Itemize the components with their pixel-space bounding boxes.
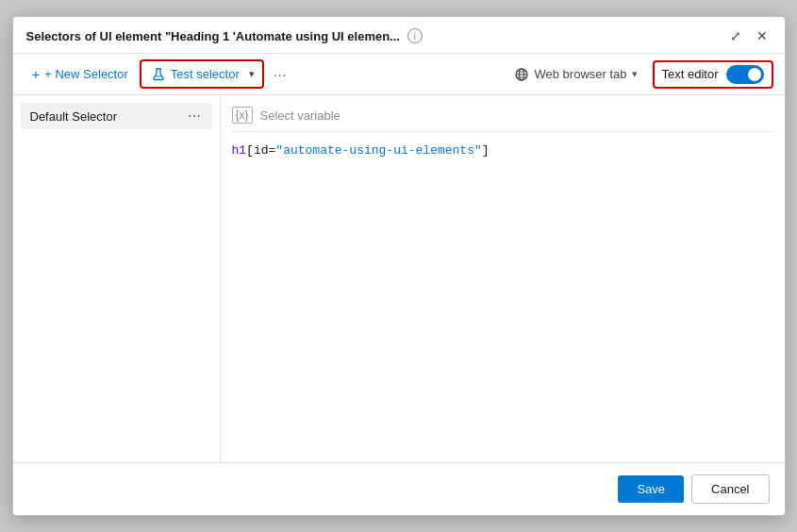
close-icon: ✕	[756, 28, 768, 43]
code-attr-value: "automate-using-ui-elements"	[275, 143, 481, 158]
variable-icon: {x}	[232, 107, 253, 124]
beaker-icon	[151, 67, 166, 82]
code-attr-name: id=	[254, 143, 275, 158]
editor-area: {x} Select variable h1[id="automate-usin…	[221, 95, 785, 462]
sidebar: Default Selector ⋯	[13, 95, 221, 462]
title-bar: Selectors of UI element "Heading 1 'Auto…	[13, 17, 785, 54]
test-selector-button[interactable]: Test selector	[145, 64, 245, 85]
toolbar-right: Web browser tab ▾ Text editor	[506, 60, 772, 89]
content-area: Default Selector ⋯ {x} Select variable h…	[13, 95, 785, 462]
test-selector-chevron[interactable]: ▾	[245, 63, 258, 85]
footer: Save Cancel	[13, 462, 785, 515]
selector-item-menu-button[interactable]: ⋯	[186, 108, 203, 124]
code-attr-close: ]	[482, 143, 490, 158]
text-editor-toggle[interactable]	[726, 65, 764, 84]
toolbar: + + New Selector Test selector ▾ ···	[13, 54, 785, 95]
dialog: Selectors of UI element "Heading 1 'Auto…	[12, 16, 786, 516]
restore-button[interactable]: ⤢	[726, 26, 745, 45]
web-browser-chevron-icon: ▾	[632, 68, 638, 80]
default-selector-label: Default Selector	[30, 109, 118, 124]
chevron-down-icon: ▾	[249, 68, 255, 80]
dialog-title: Selectors of UI element "Heading 1 'Auto…	[26, 29, 400, 43]
globe-icon	[514, 67, 529, 82]
title-controls: ⤢ ✕	[726, 26, 772, 45]
more-options-button[interactable]: ···	[268, 62, 293, 87]
code-attr-open: [	[246, 143, 254, 158]
code-editor[interactable]: h1[id="automate-using-ui-elements"]	[232, 140, 773, 161]
save-button[interactable]: Save	[618, 475, 684, 503]
web-browser-label: Web browser tab	[534, 67, 626, 81]
text-editor-group: Text editor	[653, 60, 773, 89]
test-selector-group: Test selector ▾	[140, 59, 264, 89]
dots-icon: ···	[274, 67, 288, 82]
web-browser-button[interactable]: Web browser tab ▾	[506, 62, 644, 87]
restore-icon: ⤢	[730, 28, 741, 43]
title-left: Selectors of UI element "Heading 1 'Auto…	[26, 28, 423, 43]
info-icon[interactable]: i	[407, 28, 423, 43]
variable-placeholder: Select variable	[260, 108, 340, 123]
test-selector-label: Test selector	[171, 67, 240, 81]
new-selector-button[interactable]: + + New Selector	[25, 61, 136, 87]
variable-bar: {x} Select variable	[232, 103, 773, 132]
close-button[interactable]: ✕	[753, 26, 772, 45]
new-selector-label: + New Selector	[44, 67, 128, 81]
plus-icon: +	[32, 66, 41, 82]
default-selector-item[interactable]: Default Selector ⋯	[21, 103, 212, 129]
text-editor-label: Text editor	[662, 67, 719, 81]
cancel-button[interactable]: Cancel	[691, 474, 769, 504]
code-element: h1	[232, 143, 247, 158]
